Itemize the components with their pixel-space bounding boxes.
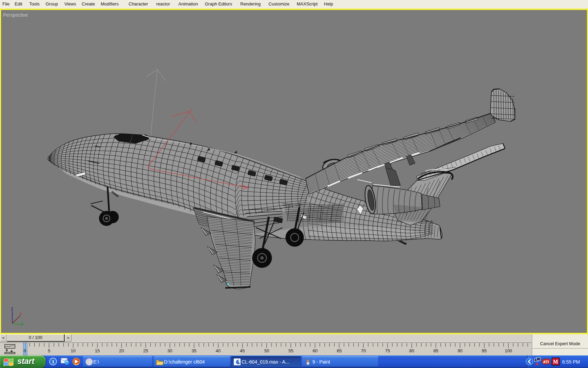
svg-text:Z: Z bbox=[11, 307, 13, 311]
svg-text:x: x bbox=[20, 311, 22, 316]
svg-text:M: M bbox=[553, 359, 558, 365]
svg-text:1: 1 bbox=[52, 359, 54, 364]
svg-text:x: x bbox=[191, 107, 192, 111]
svg-text:ATI: ATI bbox=[543, 360, 549, 364]
